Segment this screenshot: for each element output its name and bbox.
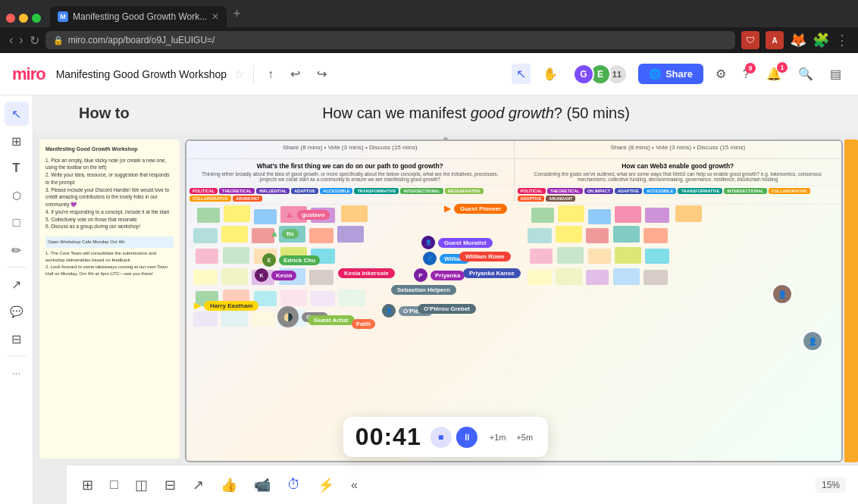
sticky-22[interactable]	[309, 270, 333, 285]
sticky-tool-btn[interactable]: □	[107, 474, 121, 496]
sticky-19[interactable]	[221, 268, 248, 285]
lightning-tool-btn[interactable]: ⚡	[315, 474, 337, 496]
select-tool[interactable]: ↖	[5, 102, 29, 126]
extension-fox[interactable]: 🦊	[790, 32, 806, 49]
extension-puzzle[interactable]: 🧩	[813, 32, 829, 49]
pen-tool[interactable]: ✏	[5, 238, 29, 262]
rtag-collaborative: COLLABORATIVE	[769, 188, 810, 194]
rectangle-tool[interactable]: □	[5, 211, 29, 235]
extension-a[interactable]: A	[766, 31, 784, 49]
sticky-13[interactable]	[196, 249, 218, 264]
grid-tool-btn[interactable]: ⊞	[79, 474, 96, 496]
traffic-light-yellow[interactable]	[19, 14, 28, 23]
rsticky-15[interactable]	[588, 249, 611, 264]
rsticky-16[interactable]	[615, 247, 641, 264]
timer-tool-btn[interactable]: ⏱	[284, 474, 304, 496]
note-tool-btn[interactable]: ◫	[132, 474, 151, 496]
back-button[interactable]: ‹	[9, 33, 13, 47]
text-tool[interactable]: T	[5, 156, 29, 180]
sticky-29[interactable]	[193, 311, 218, 327]
left-q-title: What's the first thing we can do on our …	[196, 162, 505, 170]
sticky-11[interactable]	[309, 228, 333, 243]
cursor-tool-btn[interactable]: ↖	[512, 64, 531, 84]
redo-button[interactable]: ↪	[312, 64, 331, 84]
search-button[interactable]: 🔍	[794, 64, 818, 84]
rsticky-11[interactable]	[644, 228, 668, 243]
sticky-28[interactable]	[339, 290, 365, 306]
sticky-2[interactable]	[224, 205, 250, 222]
browser-menu-icon[interactable]: ⋮	[835, 32, 849, 49]
more-bottom-btn[interactable]: «	[348, 475, 361, 495]
frame-tool[interactable]: ⊟	[5, 327, 29, 351]
export-tool-btn[interactable]: ↗	[189, 474, 207, 496]
rsticky-17[interactable]	[645, 249, 669, 264]
rsticky-5[interactable]	[645, 208, 669, 223]
extension-shield[interactable]: 🛡	[741, 31, 759, 49]
main-board[interactable]: Share (8 mins) • Vote (3 mins) • Discuss…	[185, 139, 843, 462]
rsticky-10[interactable]	[613, 226, 640, 243]
upload-button[interactable]: ↑	[263, 64, 278, 84]
rsticky-7[interactable]	[528, 228, 552, 243]
share-button[interactable]: 🌐 Share	[638, 64, 703, 84]
board-star-button[interactable]: ☆	[234, 68, 244, 80]
sticky-14[interactable]	[223, 247, 249, 264]
miro-logo[interactable]: miro	[12, 64, 45, 84]
sticky-3[interactable]	[254, 209, 277, 224]
traffic-light-green[interactable]	[32, 14, 41, 23]
rsticky-21[interactable]	[613, 268, 640, 285]
sticky-8[interactable]	[221, 226, 248, 243]
undo-button[interactable]: ↩	[286, 64, 305, 84]
traffic-light-red[interactable]	[6, 14, 15, 23]
zoom-level[interactable]: 15%	[816, 477, 846, 493]
rsticky-2[interactable]	[558, 205, 584, 222]
add-1m-button[interactable]: +1m	[487, 431, 509, 443]
panel-button[interactable]: ▤	[825, 64, 846, 84]
collab-avatars: G E 11	[573, 64, 628, 85]
video-tool-btn[interactable]: 📹	[251, 474, 274, 496]
refresh-button[interactable]: ↻	[30, 33, 39, 48]
rsticky-14[interactable]	[557, 247, 584, 264]
tab-close-icon[interactable]: ✕	[211, 11, 219, 22]
help-button[interactable]: ? 9	[738, 64, 754, 84]
hand-tool-btn[interactable]: ✋	[538, 64, 562, 84]
sticky-12[interactable]	[337, 226, 364, 243]
add-5m-button[interactable]: +5m	[513, 431, 536, 443]
rsticky-13[interactable]	[530, 249, 553, 264]
timer-pause-button[interactable]: ⏸	[456, 427, 478, 448]
url-bar[interactable]: 🔒 miro.com/app/board/o9J_luEUIGU=/	[45, 31, 735, 49]
rsticky-8[interactable]	[556, 226, 582, 243]
right-panel	[844, 139, 858, 462]
sticky-7[interactable]	[193, 228, 218, 243]
rsticky-22[interactable]	[644, 270, 668, 285]
sticky-26[interactable]	[280, 290, 307, 306]
rsticky-18[interactable]	[528, 270, 552, 285]
sticky-1[interactable]	[197, 208, 220, 223]
notifications-button[interactable]: 🔔 1	[762, 64, 786, 84]
more-tools[interactable]: ···	[5, 361, 29, 385]
shape-tool[interactable]: ⬡	[5, 183, 29, 208]
sticky-31[interactable]	[252, 311, 274, 327]
arrow-tool[interactable]: ↗	[5, 272, 29, 296]
active-tab[interactable]: M Manifesting Good Growth Work... ✕	[50, 6, 227, 27]
rsticky-9[interactable]	[586, 228, 609, 243]
sticky-30[interactable]	[221, 310, 248, 327]
sticky-27[interactable]	[311, 291, 335, 306]
board-inner: Share (8 mins) • Vote (3 mins) • Discuss…	[186, 141, 841, 461]
rsticky-1[interactable]	[531, 208, 554, 223]
board-tool[interactable]: ⊞	[5, 129, 29, 153]
timer-stop-button[interactable]: ■	[431, 427, 452, 448]
sticky-18[interactable]	[193, 270, 218, 285]
rsticky-6[interactable]	[675, 205, 702, 222]
rsticky-19[interactable]	[556, 268, 582, 285]
like-tool-btn[interactable]: 👍	[218, 474, 240, 496]
canvas[interactable]: How to How can we manifest good growth? …	[33, 95, 858, 504]
sticky-6[interactable]	[341, 205, 368, 222]
comment-tool[interactable]: 💬	[5, 299, 29, 324]
rsticky-4[interactable]	[615, 206, 641, 223]
frame-select-btn[interactable]: ⊟	[161, 474, 179, 496]
rsticky-3[interactable]	[588, 209, 611, 224]
forward-button[interactable]: ›	[19, 33, 23, 47]
settings-button[interactable]: ⚙	[711, 64, 731, 84]
new-tab-button[interactable]: +	[230, 6, 244, 22]
rsticky-20[interactable]	[586, 270, 609, 285]
